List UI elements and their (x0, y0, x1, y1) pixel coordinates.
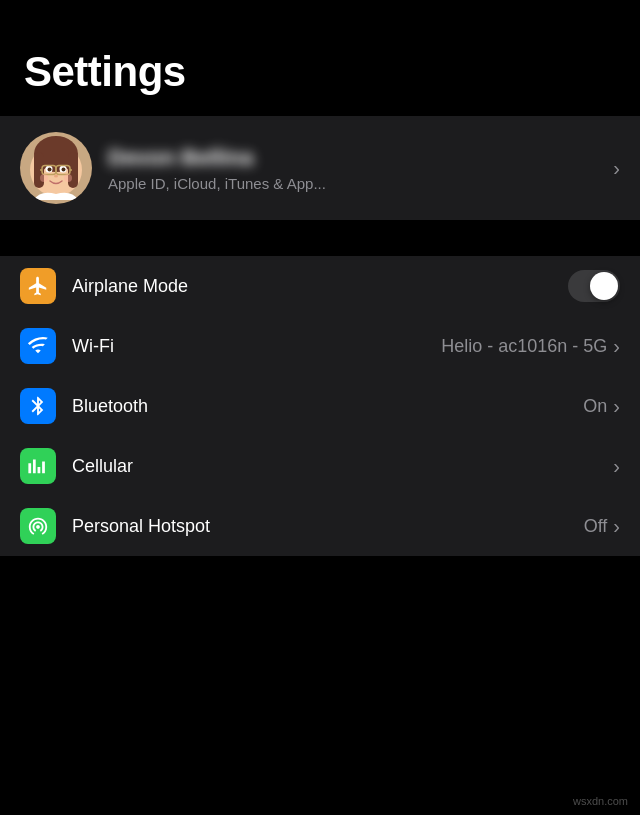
personal-hotspot-icon (20, 508, 56, 544)
svg-point-8 (48, 168, 52, 172)
header-section: Settings (0, 0, 640, 116)
toggle-thumb (590, 272, 618, 300)
bluetooth-svg (27, 395, 49, 417)
personal-hotspot-label: Personal Hotspot (72, 516, 584, 537)
profile-name: Devon Bellina (108, 145, 597, 171)
settings-group: Airplane Mode Wi-Fi Helio - ac1016n - 5G… (0, 256, 640, 556)
bluetooth-row[interactable]: Bluetooth On › (0, 376, 640, 436)
airplane-svg (27, 275, 49, 297)
airplane-mode-label: Airplane Mode (72, 276, 568, 297)
page-title: Settings (24, 48, 616, 96)
watermark: wsxdn.com (573, 795, 628, 807)
cellular-chevron-icon: › (613, 455, 620, 478)
svg-point-15 (54, 175, 58, 178)
wifi-chevron-icon: › (613, 335, 620, 358)
wifi-svg (27, 335, 49, 357)
airplane-mode-toggle[interactable] (568, 270, 620, 302)
profile-info: Devon Bellina Apple ID, iCloud, iTunes &… (108, 145, 597, 192)
avatar-image (20, 132, 92, 204)
personal-hotspot-value: Off (584, 516, 608, 537)
personal-hotspot-row[interactable]: Personal Hotspot Off › (0, 496, 640, 556)
bluetooth-value: On (583, 396, 607, 417)
bluetooth-chevron-icon: › (613, 395, 620, 418)
bluetooth-label: Bluetooth (72, 396, 583, 417)
airplane-mode-row[interactable]: Airplane Mode (0, 256, 640, 316)
cellular-row[interactable]: Cellular › (0, 436, 640, 496)
profile-chevron-icon: › (613, 157, 620, 180)
bluetooth-icon (20, 388, 56, 424)
cellular-svg (27, 455, 49, 477)
wifi-icon (20, 328, 56, 364)
cellular-label: Cellular (72, 456, 613, 477)
wifi-value: Helio - ac1016n - 5G (441, 336, 607, 357)
svg-point-17 (64, 174, 72, 182)
profile-row[interactable]: Devon Bellina Apple ID, iCloud, iTunes &… (0, 116, 640, 220)
wifi-row[interactable]: Wi-Fi Helio - ac1016n - 5G › (0, 316, 640, 376)
svg-point-16 (40, 174, 48, 182)
cellular-icon (20, 448, 56, 484)
profile-subtitle: Apple ID, iCloud, iTunes & App... (108, 175, 597, 192)
hotspot-svg (27, 515, 49, 537)
svg-point-9 (62, 168, 66, 172)
personal-hotspot-chevron-icon: › (613, 515, 620, 538)
airplane-mode-icon (20, 268, 56, 304)
wifi-label: Wi-Fi (72, 336, 441, 357)
avatar (20, 132, 92, 204)
